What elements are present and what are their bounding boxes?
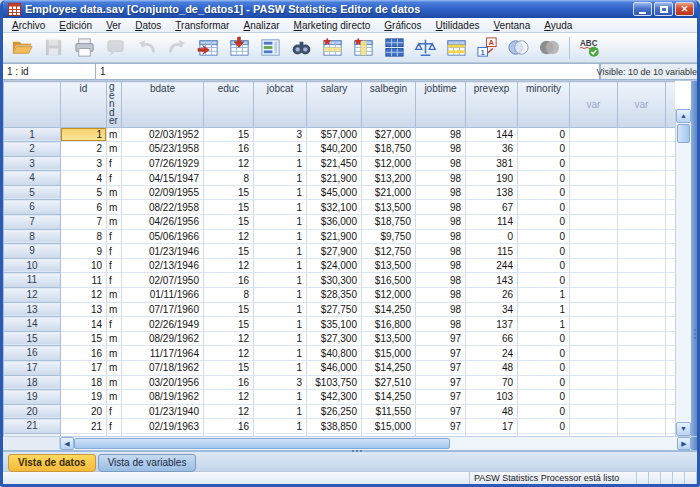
empty-cell[interactable] [570, 433, 618, 436]
cell[interactable]: 1 [254, 200, 307, 215]
cell[interactable]: 17 [466, 419, 518, 434]
empty-cell[interactable] [570, 302, 618, 317]
cell[interactable]: 5 [61, 185, 107, 200]
cell[interactable]: 2 [61, 142, 107, 157]
cell[interactable]: $15,000 [362, 419, 416, 434]
row-number[interactable]: 21 [4, 419, 61, 434]
empty-cell[interactable] [570, 390, 618, 405]
scroll-down-arrow[interactable]: ▼ [676, 422, 691, 436]
menu-utilidades[interactable]: Utilidades [429, 19, 487, 32]
cell[interactable]: $13,200 [362, 171, 416, 186]
cell[interactable]: 1 [254, 433, 307, 436]
cell[interactable]: f [107, 229, 122, 244]
cell[interactable]: 98 [416, 200, 466, 215]
empty-cell[interactable] [618, 317, 666, 332]
cell-editor[interactable]: 1 [96, 63, 600, 80]
cell[interactable]: 315 [466, 433, 518, 436]
cell[interactable]: 0 [518, 185, 570, 200]
empty-cell[interactable] [666, 258, 676, 273]
empty-cell[interactable] [570, 171, 618, 186]
cell[interactable]: 07/18/1962 [122, 361, 204, 376]
cell[interactable]: 9 [61, 244, 107, 259]
empty-cell[interactable] [570, 288, 618, 303]
close-button[interactable]: ✕ [675, 2, 694, 16]
cell[interactable]: 15 [61, 331, 107, 346]
empty-cell[interactable] [570, 361, 618, 376]
cell[interactable]: 98 [416, 127, 466, 142]
cell[interactable]: 1 [254, 171, 307, 186]
cell[interactable]: 0 [518, 215, 570, 230]
cell[interactable]: m [107, 142, 122, 157]
cell[interactable]: 98 [416, 215, 466, 230]
empty-cell[interactable] [618, 244, 666, 259]
column-header-bdate[interactable]: bdate [122, 82, 204, 128]
cell[interactable]: $18,750 [362, 215, 416, 230]
cell[interactable]: 98 [416, 229, 466, 244]
row-number[interactable]: 5 [4, 185, 61, 200]
cell[interactable]: 0 [518, 171, 570, 186]
empty-cell[interactable] [666, 361, 676, 376]
cell[interactable]: $27,300 [307, 331, 362, 346]
cell[interactable]: f [107, 404, 122, 419]
cell[interactable]: 1 [254, 346, 307, 361]
cell[interactable]: 98 [416, 317, 466, 332]
tab-variable-view[interactable]: Vista de variables [98, 454, 197, 472]
row-number[interactable]: 11 [4, 273, 61, 288]
empty-cell[interactable] [570, 331, 618, 346]
cell[interactable]: $24,000 [307, 258, 362, 273]
empty-cell[interactable] [570, 185, 618, 200]
row-number[interactable]: 2 [4, 142, 61, 157]
maximize-button[interactable] [654, 2, 673, 16]
empty-cell[interactable] [666, 302, 676, 317]
cell[interactable]: $32,100 [307, 200, 362, 215]
cell[interactable]: 103 [466, 390, 518, 405]
cell[interactable]: 04/26/1956 [122, 215, 204, 230]
cell[interactable]: $21,900 [307, 229, 362, 244]
cell[interactable]: 07/26/1929 [122, 156, 204, 171]
cell[interactable]: $14,250 [362, 302, 416, 317]
cell[interactable]: 08/19/1962 [122, 390, 204, 405]
cell[interactable]: 16 [204, 419, 254, 434]
row-number[interactable]: 9 [4, 244, 61, 259]
cell[interactable]: 1 [254, 288, 307, 303]
menu-ayuda[interactable]: Ayuda [537, 19, 579, 32]
cell[interactable]: $27,000 [362, 127, 416, 142]
cell[interactable]: 0 [518, 375, 570, 390]
empty-cell[interactable] [666, 127, 676, 142]
show-all-variables-button[interactable] [534, 34, 565, 61]
variables-button[interactable] [255, 34, 286, 61]
menu-edici-n[interactable]: Edición [52, 19, 99, 32]
cell[interactable]: 190 [466, 171, 518, 186]
cell[interactable]: m [107, 375, 122, 390]
cell[interactable]: m [107, 185, 122, 200]
empty-cell[interactable] [666, 171, 676, 186]
empty-cell[interactable] [570, 127, 618, 142]
row-number[interactable]: 10 [4, 258, 61, 273]
empty-cell[interactable] [570, 229, 618, 244]
row-number[interactable]: 12 [4, 288, 61, 303]
empty-cell[interactable] [618, 229, 666, 244]
cell[interactable]: 3 [61, 156, 107, 171]
row-number[interactable]: 20 [4, 404, 61, 419]
cell[interactable]: 98 [416, 258, 466, 273]
tab-data-view[interactable]: Vista de datos [8, 454, 96, 472]
cell[interactable]: f [107, 156, 122, 171]
cell[interactable]: $14,250 [362, 390, 416, 405]
empty-cell[interactable] [618, 390, 666, 405]
cell[interactable]: m [107, 331, 122, 346]
corner-select-all-cell[interactable] [4, 82, 61, 128]
cell[interactable]: 144 [466, 127, 518, 142]
cell[interactable]: 13 [61, 302, 107, 317]
cell[interactable]: m [107, 361, 122, 376]
cell[interactable]: 05/23/1958 [122, 142, 204, 157]
cell[interactable]: 09/24/1940 [122, 433, 204, 436]
cell[interactable]: 08/22/1958 [122, 200, 204, 215]
row-number[interactable]: 16 [4, 346, 61, 361]
empty-cell[interactable] [618, 215, 666, 230]
empty-cell[interactable] [570, 273, 618, 288]
empty-cell[interactable] [618, 375, 666, 390]
scroll-up-arrow[interactable]: ▲ [676, 109, 691, 123]
cell[interactable]: 1 [518, 433, 570, 436]
cell[interactable]: 21 [61, 419, 107, 434]
cell[interactable]: f [107, 258, 122, 273]
